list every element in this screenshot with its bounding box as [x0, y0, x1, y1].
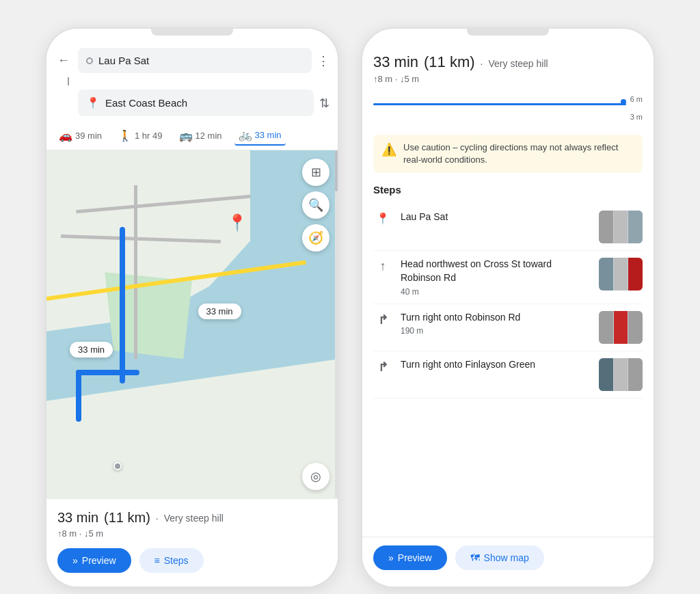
route-duration: 33 min: [57, 510, 98, 526]
tab-car[interactable]: 🚗 39 min: [55, 126, 106, 145]
step-thumb-3[interactable]: [599, 358, 643, 391]
search-button[interactable]: 🔍: [302, 191, 329, 219]
steps-area: 33 min (11 km) · Very steep hill ↑8 m · …: [362, 29, 654, 537]
step-distance-2: 190 m: [401, 326, 591, 336]
transit-icon: 🚌: [179, 129, 193, 142]
route-distance: (11 km): [104, 510, 150, 526]
map-cycling-route-3: [76, 370, 81, 422]
map-scrollbar[interactable]: [335, 150, 338, 498]
step-item-3: ↱ Turn right onto Finlayson Green: [373, 351, 643, 399]
destination-input[interactable]: 📍 East Coast Beach: [78, 90, 314, 116]
car-icon: 🚗: [59, 129, 72, 142]
thumb-road-1: [599, 258, 643, 291]
route-summary: 33 min (11 km) · Very steep hill: [57, 510, 327, 526]
car-tab-label: 39 min: [75, 131, 102, 141]
route-info-panel: 33 min (11 km) · Very steep hill ↑8 m · …: [46, 498, 338, 586]
map-scrollbar-thumb: [335, 150, 338, 191]
layers-button[interactable]: ⊞: [302, 159, 329, 186]
tab-transit[interactable]: 🚌 12 min: [175, 126, 226, 145]
step-text-2: Turn right onto Robinson Rd: [401, 311, 591, 325]
destination-marker: 📍: [227, 213, 247, 232]
elevation-down: ↓5 m: [84, 528, 103, 539]
show-map-label: Show map: [484, 552, 529, 563]
step-pin-icon: 📍: [376, 212, 390, 225]
route-terrain: Very steep hill: [164, 513, 224, 524]
step-icon-col-2: ↱: [373, 311, 392, 327]
elevation-labels: 6 m 3 m: [630, 95, 643, 121]
step-distance-1: 40 m: [401, 287, 591, 297]
preview-label: Preview: [82, 555, 116, 566]
route-actions: » Preview ≡ Steps: [57, 548, 327, 573]
steps-duration: 33 min: [373, 53, 418, 71]
steps-distance: (11 km): [424, 53, 475, 71]
elevation-dot: [621, 99, 626, 105]
preview-icon: »: [72, 555, 78, 566]
map-label-33min-2: 33 min: [70, 342, 113, 357]
more-button[interactable]: ⋮: [317, 53, 329, 68]
transport-tabs: 🚗 39 min 🚶 1 hr 49 🚌 12 min 🚲 33 min: [46, 122, 338, 150]
destination-text: East Coast Beach: [105, 97, 306, 109]
route-connector: [68, 77, 69, 85]
right-preview-label: Preview: [398, 552, 432, 563]
steps-icon: ≡: [154, 555, 160, 566]
steps-button[interactable]: ≡ Steps: [139, 548, 204, 573]
swap-button[interactable]: ⇅: [319, 96, 329, 111]
search-icon: 🔍: [308, 198, 323, 213]
destination-row: 📍 East Coast Beach ⇅: [55, 90, 329, 116]
origin-text: Lau Pa Sat: [98, 55, 304, 66]
steps-route-summary: 33 min (11 km) · Very steep hill: [373, 53, 643, 71]
tab-walk[interactable]: 🚶 1 hr 49: [114, 126, 166, 145]
compass-icon: 🧭: [308, 230, 323, 245]
preview-button[interactable]: » Preview: [57, 548, 131, 573]
map-cycling-route-2: [76, 370, 140, 375]
thumb-road-3: [599, 358, 643, 391]
right-phone-bottom-bar: » Preview 🗺 Show map: [362, 537, 654, 586]
elevation-chart: 6 m 3 m: [373, 95, 643, 129]
steps-terrain: Very steep hill: [489, 58, 548, 69]
origin-input[interactable]: Lau Pa Sat: [78, 48, 312, 73]
map-road-3: [134, 185, 137, 360]
right-preview-icon: »: [388, 552, 394, 563]
origin-dot-icon: [86, 57, 93, 64]
elevation-min-label: 3 m: [630, 113, 643, 121]
walk-icon: 🚶: [118, 129, 132, 142]
show-map-button[interactable]: 🗺 Show map: [455, 545, 544, 570]
route-elevation: ↑8 m · ↓5 m: [57, 528, 327, 539]
step-text-0: Lau Pa Sat: [401, 211, 591, 224]
step-thumb-2[interactable]: [599, 311, 643, 344]
elevation-line: [373, 103, 626, 105]
compass-button[interactable]: 🧭: [302, 224, 329, 252]
step-icon-col-0: 📍: [373, 211, 392, 225]
map-cycling-route: [120, 227, 125, 383]
bike-tab-label: 33 min: [255, 130, 282, 140]
elevation-max-label: 6 m: [630, 95, 643, 103]
map-area: 33 min 33 min 📍 ⊞ 🔍 🧭 ◎: [46, 150, 338, 498]
tab-bike[interactable]: 🚲 33 min: [234, 126, 286, 146]
steps-elevation: ↑8 m · ↓5 m: [373, 74, 643, 84]
step-item-0: 📍 Lau Pa Sat: [373, 204, 643, 251]
step-content-0: Lau Pa Sat: [401, 211, 591, 224]
thumb-road-0: [599, 211, 643, 243]
warning-box: ⚠️ Use caution – cycling directions may …: [373, 135, 643, 173]
transit-tab-label: 12 min: [196, 131, 222, 141]
step-arrow-icon-1: ↑: [380, 259, 386, 273]
warning-text: Use caution – cycling directions may not…: [403, 141, 634, 166]
steps-label: Steps: [164, 555, 189, 566]
phone-notch-left: [151, 29, 233, 36]
phone-notch-right: [467, 29, 549, 36]
steps-elev-up: ↑8 m: [373, 74, 392, 84]
step-turn-icon-3: ↱: [378, 360, 388, 375]
step-content-1: Head northwest on Cross St toward Robins…: [401, 258, 591, 296]
step-content-2: Turn right onto Robinson Rd 190 m: [401, 311, 591, 336]
thumb-road-2: [599, 311, 643, 344]
back-button[interactable]: ←: [55, 51, 72, 70]
step-thumb-1[interactable]: [599, 258, 643, 291]
step-item-2: ↱ Turn right onto Robinson Rd 190 m: [373, 304, 643, 351]
right-preview-button[interactable]: » Preview: [373, 545, 447, 570]
left-phone: ← Lau Pa Sat ⋮ 📍 East Coast Beach ⇅ 🚗 39…: [45, 27, 339, 588]
step-item-1: ↑ Head northwest on Cross St toward Robi…: [373, 251, 643, 303]
step-icon-col-3: ↱: [373, 358, 392, 375]
steps-elev-down: ↓5 m: [400, 74, 419, 84]
step-thumb-0[interactable]: [599, 211, 643, 243]
location-button[interactable]: ◎: [302, 463, 329, 490]
